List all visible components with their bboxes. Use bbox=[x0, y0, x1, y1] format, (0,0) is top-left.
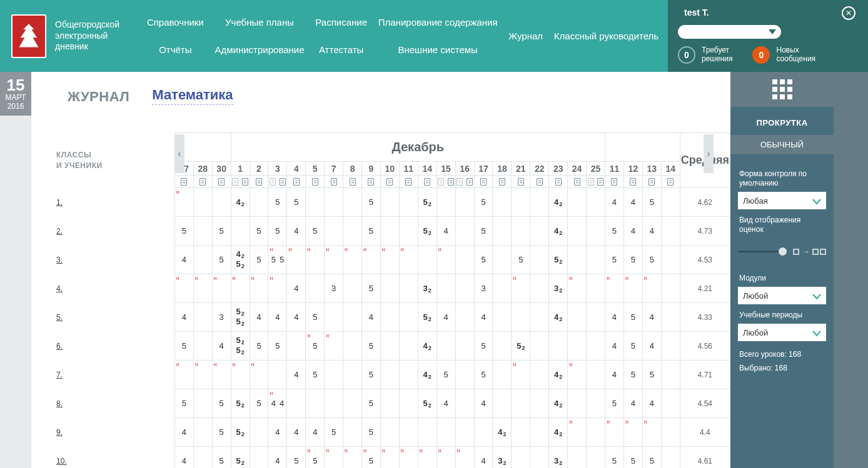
grade-cell[interactable] bbox=[250, 447, 268, 469]
grade-cell[interactable] bbox=[343, 274, 362, 303]
grade-cell[interactable]: 4 bbox=[287, 303, 306, 332]
grade-cell[interactable] bbox=[493, 217, 512, 246]
grade-cell[interactable] bbox=[306, 188, 325, 217]
grade-cell[interactable] bbox=[399, 217, 418, 246]
grade-cell[interactable]: н44 bbox=[268, 389, 287, 418]
student-row[interactable]: 8. bbox=[50, 389, 174, 418]
grade-cell[interactable] bbox=[437, 418, 455, 447]
grade-cell[interactable]: 5 bbox=[250, 332, 268, 361]
grade-cell[interactable]: 4 bbox=[605, 303, 624, 332]
grade-cell[interactable] bbox=[530, 274, 549, 303]
grade-cell[interactable]: 32 bbox=[549, 447, 568, 469]
grade-cell[interactable]: 4 bbox=[174, 303, 193, 332]
grade-cell[interactable] bbox=[325, 217, 343, 246]
grade-cell[interactable]: н bbox=[325, 246, 343, 274]
grade-cell[interactable]: 32 bbox=[418, 274, 437, 303]
grade-cell[interactable] bbox=[493, 332, 512, 361]
grade-cell[interactable] bbox=[493, 361, 512, 389]
grade-cell[interactable]: 52 bbox=[231, 447, 250, 469]
grade-cell[interactable] bbox=[512, 447, 530, 469]
grade-cell[interactable]: н bbox=[361, 246, 380, 274]
grade-cell[interactable]: 5252 bbox=[231, 303, 250, 332]
counter-messages[interactable]: 0 Новых сообщения bbox=[752, 46, 815, 64]
grade-cell[interactable]: н bbox=[642, 418, 661, 447]
nav-planning[interactable]: Планирование содержания bbox=[378, 17, 498, 27]
grade-cell[interactable] bbox=[587, 332, 605, 361]
grade-cell[interactable]: 42 bbox=[549, 389, 568, 418]
page-subtitle[interactable]: Математика bbox=[152, 87, 233, 105]
grade-cell[interactable] bbox=[250, 418, 268, 447]
grade-cell[interactable]: 5 bbox=[268, 188, 287, 217]
grade-cell[interactable] bbox=[568, 188, 587, 217]
grade-cell[interactable] bbox=[343, 188, 362, 217]
grade-cell[interactable]: 5 bbox=[174, 217, 193, 246]
grade-cell[interactable]: 5 bbox=[474, 332, 493, 361]
grade-cell[interactable]: н bbox=[306, 246, 325, 274]
grade-cell[interactable] bbox=[325, 303, 343, 332]
grade-cell[interactable]: 4 bbox=[474, 447, 493, 469]
scroll-mode[interactable]: ОБЫЧНЫЙ bbox=[730, 135, 834, 154]
nav-external[interactable]: Внешние системы bbox=[398, 44, 477, 55]
grade-cell[interactable]: 4 bbox=[268, 447, 287, 469]
student-row[interactable]: 6. bbox=[50, 332, 174, 361]
grade-cell[interactable]: н bbox=[212, 274, 231, 303]
grade-cell[interactable] bbox=[661, 246, 680, 274]
grade-cell[interactable]: н bbox=[623, 274, 642, 303]
grade-cell[interactable] bbox=[568, 303, 587, 332]
grade-cell[interactable]: 42 bbox=[493, 418, 512, 447]
grade-cell[interactable]: 4 bbox=[287, 274, 306, 303]
grade-cell[interactable] bbox=[418, 246, 437, 274]
nav-admin[interactable]: Администрирование bbox=[215, 44, 305, 55]
grade-cell[interactable] bbox=[512, 217, 530, 246]
grade-cell[interactable] bbox=[661, 303, 680, 332]
grade-cell[interactable]: 4252 bbox=[231, 246, 250, 274]
grade-cell[interactable] bbox=[437, 332, 455, 361]
apps-icon[interactable] bbox=[730, 72, 834, 107]
grade-cell[interactable]: 42 bbox=[231, 188, 250, 217]
grade-cell[interactable] bbox=[530, 188, 549, 217]
grade-cell[interactable]: 4 bbox=[174, 447, 193, 469]
grade-cell[interactable]: 4 bbox=[361, 303, 380, 332]
grade-cell[interactable]: 4 bbox=[474, 389, 493, 418]
grade-cell[interactable]: 5 bbox=[250, 389, 268, 418]
grade-cell[interactable]: 5 bbox=[212, 389, 231, 418]
grade-cell[interactable]: 32 bbox=[493, 447, 512, 469]
grade-cell[interactable]: 4 bbox=[642, 217, 661, 246]
grade-cell[interactable] bbox=[380, 361, 399, 389]
grade-cell[interactable]: 5 bbox=[361, 418, 380, 447]
grade-cell[interactable]: 5 bbox=[212, 246, 231, 274]
grade-cell[interactable] bbox=[380, 274, 399, 303]
grade-cell[interactable] bbox=[231, 217, 250, 246]
grade-cell[interactable] bbox=[399, 389, 418, 418]
grade-cell[interactable] bbox=[587, 418, 605, 447]
student-row[interactable]: 3. bbox=[50, 246, 174, 274]
grade-cell[interactable]: 52 bbox=[418, 188, 437, 217]
nav-curriculum[interactable]: Учебные планы bbox=[225, 17, 294, 27]
grade-cell[interactable]: 5 bbox=[605, 246, 624, 274]
grade-cell[interactable]: н bbox=[605, 418, 624, 447]
grade-cell[interactable] bbox=[512, 389, 530, 418]
grade-cell[interactable]: 5 bbox=[268, 217, 287, 246]
grade-cell[interactable] bbox=[568, 246, 587, 274]
grade-cell[interactable] bbox=[268, 361, 287, 389]
grade-cell[interactable]: 5 bbox=[174, 389, 193, 418]
grade-cell[interactable]: н bbox=[642, 274, 661, 303]
grade-cell[interactable] bbox=[287, 389, 306, 418]
grade-cell[interactable]: 52 bbox=[231, 389, 250, 418]
grade-cell[interactable] bbox=[455, 217, 474, 246]
grade-cell[interactable]: 5 bbox=[174, 332, 193, 361]
grade-cell[interactable]: 3 bbox=[474, 274, 493, 303]
grade-cell[interactable] bbox=[306, 389, 325, 418]
grade-cell[interactable]: 5252 bbox=[231, 332, 250, 361]
grade-cell[interactable]: н5 bbox=[361, 447, 380, 469]
grade-cell[interactable]: 42 bbox=[418, 361, 437, 389]
grade-cell[interactable]: 5 bbox=[605, 217, 624, 246]
grade-cell[interactable]: 4 bbox=[623, 188, 642, 217]
grade-cell[interactable]: 52 bbox=[418, 389, 437, 418]
grade-cell[interactable] bbox=[418, 418, 437, 447]
grade-cell[interactable] bbox=[455, 274, 474, 303]
grade-cell[interactable]: 4 bbox=[287, 217, 306, 246]
grade-cell[interactable]: н bbox=[250, 361, 268, 389]
grade-cell[interactable] bbox=[380, 217, 399, 246]
grade-cell[interactable] bbox=[399, 274, 418, 303]
